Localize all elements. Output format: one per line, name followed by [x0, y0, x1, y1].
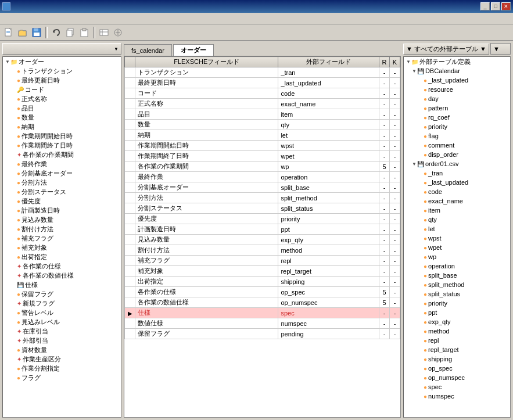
right-header-button[interactable]: ▼ すべての外部テーブル ▼: [403, 44, 489, 55]
table-row[interactable]: 補充対象repl_target--: [125, 266, 400, 277]
table-row[interactable]: 数量qty--: [125, 120, 400, 130]
right-tree-item[interactable]: ▼💾order01.csv: [404, 159, 510, 168]
left-tree-item[interactable]: ✦各作業の仕様: [3, 261, 121, 271]
right-tree-item[interactable]: ●repl: [404, 336, 510, 345]
table-row[interactable]: 見込み数量exp_qty--: [125, 235, 400, 245]
left-tree[interactable]: ▼📁オーダー●トランザクション●最終更新日時🔑コード●正式名称●品目●数量●納期…: [2, 56, 121, 418]
left-tree-item[interactable]: ●優先度: [3, 196, 121, 206]
right-tree-item[interactable]: ●spec: [404, 382, 510, 392]
right-tree-item[interactable]: ●disp_order: [404, 150, 510, 159]
table-row[interactable]: 各作業の仕様op_spec5-: [125, 287, 400, 297]
table-row[interactable]: 計画製造日時ppt--: [125, 224, 400, 235]
table-row[interactable]: 各作業の作業期間wp5-: [125, 161, 400, 172]
left-tree-item[interactable]: ●最終更新日時: [3, 76, 121, 85]
right-tree-item[interactable]: ●wpst: [404, 234, 510, 243]
right-tree-item[interactable]: ●repl_target: [404, 345, 510, 354]
left-tree-item[interactable]: ●出荷指定: [3, 252, 121, 261]
table-row[interactable]: 正式名称exact_name--: [125, 99, 400, 109]
table-row[interactable]: ▶仕様spec--: [125, 308, 400, 318]
table-container[interactable]: FLEXSCHEフィールド 外部フィールド R K トランザクション_tran-…: [124, 56, 401, 418]
menu-file[interactable]: [2, 18, 12, 19]
right-tree-item[interactable]: ●split_method: [404, 280, 510, 289]
toolbar-tool2-button[interactable]: [112, 26, 124, 39]
left-tree-item[interactable]: ●割付け方法: [3, 224, 121, 234]
left-tree-item[interactable]: ✦各作業の作業期間: [3, 150, 121, 159]
left-tree-item[interactable]: ●保留フラグ: [3, 289, 121, 299]
left-panel-header[interactable]: ▼: [2, 43, 121, 55]
left-tree-item[interactable]: ●分割ステータス: [3, 187, 121, 196]
minimize-button[interactable]: _: [480, 2, 490, 10]
left-tree-item[interactable]: ✦作業生産区分: [3, 354, 121, 364]
right-tree[interactable]: ▼📁外部テーブル定義▼💾DBCalendar●_last_updated●res…: [403, 56, 511, 418]
close-button[interactable]: ✕: [501, 2, 511, 10]
left-tree-item[interactable]: ●補充フラグ: [3, 234, 121, 243]
right-tree-item[interactable]: ●operation: [404, 261, 510, 271]
toolbar-tool1-button[interactable]: [98, 26, 110, 39]
table-row[interactable]: 分割基底オーダーsplit_base--: [125, 182, 400, 193]
left-tree-item[interactable]: 🔑コード: [3, 85, 121, 94]
table-row[interactable]: 分割方法split_method--: [125, 193, 400, 203]
right-tree-item[interactable]: ●split_status: [404, 289, 510, 299]
left-tree-item[interactable]: ●フラグ: [3, 373, 121, 382]
toolbar-paste-button[interactable]: [78, 26, 91, 39]
left-tree-item[interactable]: ●品目: [3, 103, 121, 113]
right-tree-item[interactable]: ●comment: [404, 141, 510, 150]
right-tree-item[interactable]: ●let: [404, 224, 510, 234]
right-tree-item[interactable]: ●qty: [404, 215, 510, 224]
left-tree-item[interactable]: ●作業期間終了日時: [3, 141, 121, 150]
left-tree-item[interactable]: ✦新規フラグ: [3, 299, 121, 308]
right-tree-item[interactable]: ●_last_updated: [404, 178, 510, 187]
right-tree-item[interactable]: ●pattern: [404, 103, 510, 113]
right-tree-item[interactable]: ●op_numspec: [404, 373, 510, 382]
menu-tools[interactable]: [12, 18, 21, 19]
right-tree-item[interactable]: ●exact_name: [404, 196, 510, 206]
right-tree-item[interactable]: ●_last_updated: [404, 76, 510, 85]
maximize-button[interactable]: □: [491, 2, 500, 10]
toolbar-open-button[interactable]: [16, 26, 29, 39]
toolbar-undo-button[interactable]: [50, 26, 63, 39]
table-row[interactable]: 最終更新日時_last_updated--: [125, 78, 400, 88]
toolbar-new-button[interactable]: [2, 26, 15, 39]
right-tree-item[interactable]: ●ppt: [404, 308, 510, 317]
right-tree-item[interactable]: ●priority: [404, 122, 510, 131]
right-tree-item[interactable]: ●item: [404, 206, 510, 215]
table-row[interactable]: 補充フラグrepl--: [125, 256, 400, 266]
right-tree-item[interactable]: ●numspec: [404, 392, 510, 401]
table-row[interactable]: 出荷指定shipping--: [125, 277, 400, 287]
left-tree-item[interactable]: ●納期: [3, 122, 121, 131]
right-tree-item[interactable]: ●rq_coef: [404, 113, 510, 122]
left-tree-item[interactable]: ●見込み数量: [3, 215, 121, 224]
right-dropdown[interactable]: ▼: [490, 43, 511, 55]
left-tree-item[interactable]: ●正式名称: [3, 94, 121, 103]
table-row[interactable]: 保留フラグpending--: [125, 329, 400, 339]
table-row[interactable]: 優先度priority--: [125, 214, 400, 224]
left-tree-item[interactable]: ✦各作業の数値仕様: [3, 271, 121, 280]
table-row[interactable]: 納期let--: [125, 130, 400, 141]
table-row[interactable]: 数値仕様numspec--: [125, 318, 400, 329]
right-tree-item[interactable]: ●wp: [404, 252, 510, 261]
right-tree-item[interactable]: ▼📁外部テーブル定義: [404, 57, 510, 66]
left-tree-item[interactable]: 💾仕様: [3, 280, 121, 289]
left-tree-item[interactable]: ✦外部引当: [3, 336, 121, 345]
left-tree-item[interactable]: ●作業期間開始日時: [3, 131, 121, 141]
table-row[interactable]: 分割ステータスsplit_status--: [125, 203, 400, 214]
left-tree-item[interactable]: ●分割方法: [3, 178, 121, 187]
table-row[interactable]: 作業期間終了日時wpet--: [125, 151, 400, 161]
right-tree-item[interactable]: ●flag: [404, 131, 510, 141]
right-tree-item[interactable]: ●shipping: [404, 354, 510, 364]
left-tree-item[interactable]: ●数量: [3, 113, 121, 122]
left-tree-item[interactable]: ●作業分割指定: [3, 364, 121, 373]
left-tree-item[interactable]: ●補充対象: [3, 243, 121, 252]
table-row[interactable]: トランザクション_tran--: [125, 67, 400, 78]
right-tree-item[interactable]: ●split_base: [404, 271, 510, 280]
tab-fs_calendar[interactable]: fs_calendar: [124, 44, 172, 56]
right-tree-item[interactable]: ▼💾DBCalendar: [404, 66, 510, 76]
left-tree-item[interactable]: ▼📁オーダー: [3, 57, 121, 66]
right-tree-item[interactable]: ●op_spec: [404, 364, 510, 373]
right-tree-item[interactable]: ●priority: [404, 299, 510, 308]
table-row[interactable]: 割付け方法method--: [125, 245, 400, 256]
right-tree-item[interactable]: ●resource: [404, 85, 510, 94]
right-tree-item[interactable]: ●day: [404, 94, 510, 103]
table-row[interactable]: 作業期間開始日時wpst--: [125, 141, 400, 151]
toolbar-save-button[interactable]: [30, 26, 43, 39]
